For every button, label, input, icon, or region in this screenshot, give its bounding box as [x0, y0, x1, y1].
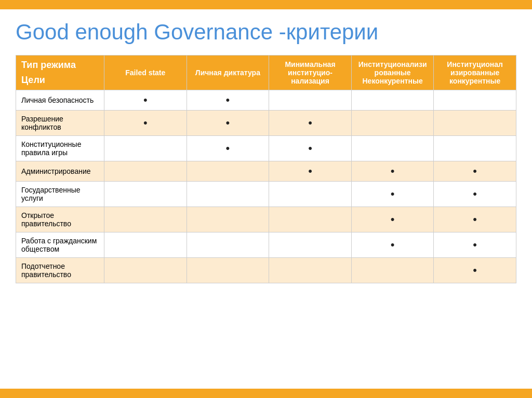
dot-indicator: •	[192, 94, 264, 106]
dot-cell	[187, 232, 269, 258]
table-body: Личная безопасность••Разрешение конфликт…	[16, 90, 516, 283]
dot-indicator: •	[192, 143, 264, 154]
dot-indicator: •	[110, 94, 181, 106]
dot-cell	[187, 207, 269, 232]
dot-indicator: •	[274, 143, 346, 154]
dot-indicator: •	[439, 239, 511, 251]
dot-indicator: •	[274, 117, 346, 129]
dot-indicator: •	[274, 166, 346, 177]
dot-cell: •	[269, 111, 352, 136]
row-label: Государственные услуги	[16, 182, 104, 207]
dot-cell: •	[187, 111, 269, 136]
table-row: Администрирование•••	[16, 161, 516, 182]
header-tipo-label: Тип режима	[21, 60, 99, 71]
row-label: Подотчетное правительство	[16, 258, 104, 283]
dot-cell	[269, 207, 352, 232]
dot-cell	[269, 182, 352, 207]
dot-cell	[434, 136, 516, 161]
row-label: Конституционные правила игры	[16, 136, 104, 161]
top-bar	[0, 0, 532, 9]
dot-indicator: •	[357, 239, 429, 251]
table-row: Конституционные правила игры••	[16, 136, 516, 161]
dot-cell	[351, 90, 434, 111]
table-row: Открытое правительство••	[16, 207, 516, 232]
dot-indicator: •	[357, 166, 429, 177]
header-celi-label: Цели	[21, 75, 99, 86]
dot-cell: •	[269, 136, 352, 161]
table-header-row: Тип режима Цели Failed state Личная дикт…	[16, 56, 516, 90]
dot-cell: •	[434, 232, 516, 258]
page-title: Good enough Governance -критерии	[16, 20, 516, 45]
dot-cell	[434, 111, 516, 136]
dot-indicator: •	[439, 265, 511, 276]
bottom-bar	[0, 389, 532, 398]
header-institucionalnye: Институционал изированные конкурентные	[434, 56, 516, 90]
dot-cell: •	[187, 90, 269, 111]
dot-cell	[104, 232, 187, 258]
table-row: Разрешение конфликтов•••	[16, 111, 516, 136]
table-row: Подотчетное правительство•	[16, 258, 516, 283]
dot-cell: •	[351, 207, 434, 232]
governance-table: Тип режима Цели Failed state Личная дикт…	[16, 55, 516, 283]
row-label: Личная безопасность	[16, 90, 104, 111]
dot-cell: •	[434, 182, 516, 207]
dot-cell	[187, 161, 269, 182]
dot-cell: •	[269, 161, 352, 182]
dot-cell	[104, 207, 187, 232]
header-lichnaya-diktatura: Личная диктатура	[187, 56, 269, 90]
header-minimalnaya: Минимальная институцио-нализация	[269, 56, 352, 90]
row-label: Открытое правительство	[16, 207, 104, 232]
row-label: Разрешение конфликтов	[16, 111, 104, 136]
dot-indicator: •	[439, 166, 511, 177]
dot-cell: •	[187, 136, 269, 161]
dot-cell	[351, 258, 434, 283]
dot-cell: •	[104, 111, 187, 136]
dot-cell: •	[434, 207, 516, 232]
dot-cell	[104, 161, 187, 182]
dot-indicator: •	[192, 117, 264, 129]
dot-cell	[434, 90, 516, 111]
dot-cell	[104, 258, 187, 283]
dot-cell	[104, 182, 187, 207]
dot-cell	[351, 136, 434, 161]
table-row: Работа с гражданским обществом••	[16, 232, 516, 258]
dot-cell	[269, 258, 352, 283]
table-row: Государственные услуги••	[16, 182, 516, 207]
dot-indicator: •	[110, 117, 181, 129]
main-content: Good enough Governance -критерии Тип реж…	[0, 9, 532, 299]
dot-cell: •	[434, 161, 516, 182]
dot-cell: •	[104, 90, 187, 111]
row-label: Администрирование	[16, 161, 104, 182]
header-failed-state: Failed state	[104, 56, 187, 90]
header-tipo-celi: Тип режима Цели	[16, 56, 104, 90]
dot-indicator: •	[439, 214, 511, 225]
table-row: Личная безопасность••	[16, 90, 516, 111]
dot-cell	[351, 111, 434, 136]
dot-indicator: •	[357, 188, 429, 200]
dot-cell: •	[351, 232, 434, 258]
row-label: Работа с гражданским обществом	[16, 232, 104, 258]
header-institucionalizirovannye: Институционализи рованные Неконкурентные	[351, 56, 434, 90]
dot-cell	[269, 90, 352, 111]
dot-cell	[187, 182, 269, 207]
dot-cell: •	[351, 182, 434, 207]
dot-indicator: •	[439, 188, 511, 200]
dot-cell: •	[351, 161, 434, 182]
dot-cell	[269, 232, 352, 258]
dot-cell	[187, 258, 269, 283]
dot-cell	[104, 136, 187, 161]
dot-indicator: •	[357, 214, 429, 225]
dot-cell: •	[434, 258, 516, 283]
